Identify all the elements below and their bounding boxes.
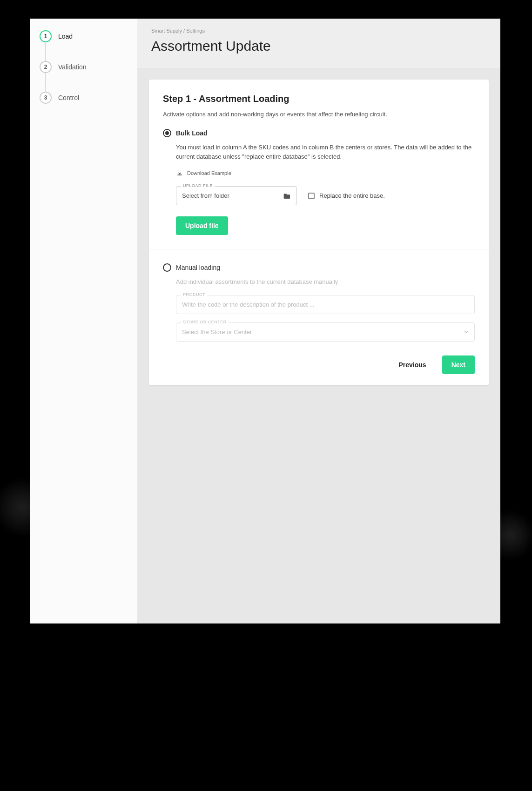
next-button[interactable]: Next <box>442 355 475 374</box>
bulk-desc: You must load in column A the SKU codes … <box>176 143 475 161</box>
radio-manual-loading[interactable]: Manual loading <box>163 263 475 272</box>
upload-legend: UPLOAD FILE <box>181 183 215 188</box>
store-field-wrap: STORE OR CENTER Select the Store or Cent… <box>176 322 475 342</box>
step-number: 3 <box>40 92 52 104</box>
upload-file-field[interactable]: UPLOAD FILE Select from folder <box>176 186 297 205</box>
radio-icon <box>163 129 171 137</box>
chevron-down-icon <box>464 329 469 334</box>
sidebar-step-control[interactable]: 3 Control <box>40 92 128 104</box>
sidebar-step-load[interactable]: 1 Load <box>40 30 128 61</box>
product-field-wrap: PRODUCT Write the code or the descriptio… <box>176 295 475 314</box>
radio-label: Manual loading <box>176 264 220 271</box>
bulk-body: You must load in column A the SKU codes … <box>163 143 475 235</box>
radio-bulk-load[interactable]: Bulk Load <box>163 129 475 137</box>
upload-file-button[interactable]: Upload file <box>176 216 228 235</box>
product-legend: PRODUCT <box>181 292 207 297</box>
step-label: Control <box>58 94 79 101</box>
content-card: Step 1 - Assortment Loading Activate opt… <box>149 80 489 385</box>
radio-icon <box>163 263 171 272</box>
folder-icon <box>283 193 291 199</box>
product-placeholder: Write the code or the description of the… <box>182 301 314 308</box>
main-header: Smart Supply / Settings Assortment Updat… <box>137 19 500 68</box>
app-window: 1 Load 2 Validation 3 Control Smart Supp… <box>30 19 500 623</box>
manual-desc: Add individual assortments to the curren… <box>176 277 475 287</box>
step-number: 1 <box>40 30 52 42</box>
store-placeholder: Select the Store or Center <box>182 328 252 335</box>
download-label: Download Example <box>187 170 231 176</box>
previous-button[interactable]: Previous <box>390 355 436 374</box>
sidebar: 1 Load 2 Validation 3 Control <box>30 19 137 623</box>
card-subtitle: Activate options and add non-working day… <box>163 111 475 118</box>
step-label: Validation <box>58 63 86 71</box>
download-icon <box>176 169 183 177</box>
download-example-link[interactable]: Download Example <box>176 169 231 177</box>
upload-row: UPLOAD FILE Select from folder Replace t… <box>176 186 475 205</box>
card-title: Step 1 - Assortment Loading <box>163 94 475 104</box>
upload-placeholder: Select from folder <box>182 192 229 199</box>
option-manual-loading: Manual loading Add individual assortment… <box>163 263 475 342</box>
replace-checkbox[interactable]: Replace the entire base. <box>308 192 385 199</box>
step-connector <box>45 73 46 92</box>
sidebar-step-validation[interactable]: 2 Validation <box>40 61 128 92</box>
store-legend: STORE OR CENTER <box>181 320 229 324</box>
step-connector <box>45 42 46 61</box>
radio-label: Bulk Load <box>176 129 208 137</box>
manual-body: Add individual assortments to the curren… <box>163 277 475 342</box>
option-bulk-load: Bulk Load You must load in column A the … <box>163 129 475 235</box>
step-number: 2 <box>40 61 52 73</box>
breadcrumb[interactable]: Smart Supply / Settings <box>151 28 486 34</box>
step-label: Load <box>58 33 73 40</box>
main: Smart Supply / Settings Assortment Updat… <box>137 19 500 623</box>
store-select[interactable]: STORE OR CENTER Select the Store or Cent… <box>176 322 475 342</box>
replace-label: Replace the entire base. <box>319 192 385 199</box>
product-input[interactable]: PRODUCT Write the code or the descriptio… <box>176 295 475 314</box>
divider <box>149 249 489 249</box>
checkbox-icon <box>308 193 315 199</box>
footer-actions: Previous Next <box>163 355 475 374</box>
page-title: Assortment Update <box>151 38 486 54</box>
step-list: 1 Load 2 Validation 3 Control <box>40 30 128 104</box>
